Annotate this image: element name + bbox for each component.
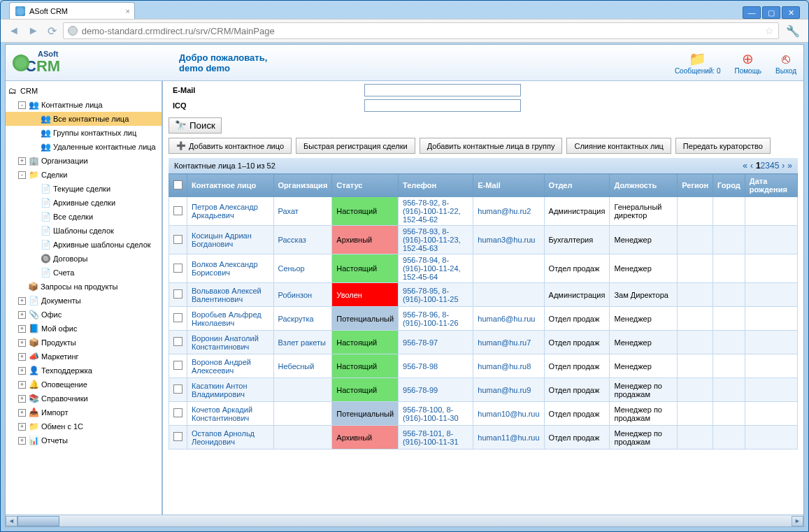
contact-link[interactable]: Вольваков Алексей Валентинович [192, 287, 262, 303]
col-contact[interactable]: Контактное лицо [187, 174, 274, 197]
contact-link[interactable]: Косицын Адриан Богданович [192, 231, 252, 248]
phone-link[interactable]: 956-78-100, 8-(916)-100-11-30 [403, 405, 459, 422]
pager-page[interactable]: 5 [775, 161, 780, 171]
col-birth[interactable]: Дата рождения [745, 174, 797, 197]
row-checkbox[interactable] [173, 408, 182, 417]
sidebar-item[interactable]: -📁Сделки [6, 168, 162, 182]
row-checkbox[interactable] [173, 313, 182, 322]
phone-link[interactable]: 956-78-96, 8-(916)-100-11-26 [403, 310, 459, 327]
contact-link[interactable]: Касаткин Антон Владимирович [192, 382, 248, 398]
close-icon[interactable]: × [126, 7, 130, 15]
email-link[interactable]: human11@hu.ruu [478, 433, 539, 442]
sidebar-item[interactable]: 📄Текущие сделки [6, 182, 162, 196]
scroll-left-icon[interactable]: ◄ [6, 516, 17, 526]
sidebar-item[interactable]: -👥Контактные лица [6, 98, 162, 112]
sidebar-item[interactable]: +📁Обмен с 1С [6, 419, 162, 433]
bookmark-icon[interactable]: ☆ [765, 25, 774, 36]
phone-link[interactable]: 956-78-101, 8-(916)-100-11-31 [403, 429, 459, 446]
search-button[interactable]: 🔭 Поиск [169, 117, 222, 134]
sidebar-item[interactable]: 📄Шаблоны сделок [6, 224, 162, 238]
sidebar-item[interactable]: +🔔Оповещение [6, 378, 162, 391]
col-pos[interactable]: Должность [610, 174, 678, 197]
col-email[interactable]: E-Mail [473, 174, 544, 197]
settings-icon[interactable]: 🔧 [783, 24, 803, 38]
col-city[interactable]: Город [713, 174, 745, 197]
forward-button[interactable]: ► [26, 24, 41, 37]
contact-link[interactable]: Воронин Анатолий Константинович [192, 334, 259, 351]
expand-icon[interactable]: - [18, 101, 26, 109]
org-link[interactable]: Раскрутка [278, 315, 314, 323]
pager-first[interactable]: « [743, 161, 747, 171]
sidebar-item[interactable]: 📦Запросы на продукты [6, 280, 162, 294]
row-checkbox[interactable] [173, 289, 182, 299]
row-checkbox[interactable] [173, 432, 182, 441]
email-link[interactable]: human3@hu.ruu [478, 236, 535, 244]
expand-icon[interactable]: - [18, 171, 26, 179]
scroll-right-icon[interactable]: ► [792, 516, 803, 526]
phone-link[interactable]: 956-78-95, 8-(916)-100-11-25 [403, 287, 459, 303]
contact-link[interactable]: Воробьев Альфред Николаевич [192, 310, 262, 327]
sidebar-item[interactable]: +📣Маркетинг [6, 350, 162, 364]
sidebar-item[interactable]: +👤Техподдержка [6, 364, 162, 378]
sidebar-item[interactable]: 📄Счета [6, 266, 162, 280]
email-link[interactable]: human6@hu.ruu [478, 315, 535, 323]
col-org[interactable]: Организация [273, 174, 332, 197]
phone-link[interactable]: 956-78-98 [403, 362, 438, 371]
col-status[interactable]: Статус [332, 174, 399, 197]
contact-link[interactable]: Кочетов Аркадий Константинович [192, 405, 252, 422]
sidebar-item[interactable]: 📄Архивные сделки [6, 196, 162, 210]
col-dept[interactable]: Отдел [544, 174, 610, 197]
add-contact-button[interactable]: ➕Добавить контактное лицо [169, 138, 292, 154]
pager-page[interactable]: 1 [756, 161, 761, 171]
sidebar-item[interactable]: 📄Все сделки [6, 210, 162, 224]
browser-tab[interactable]: ASoft CRM × [9, 2, 135, 19]
add-to-group-button[interactable]: Добавить контактные лица в группу [420, 138, 563, 154]
phone-link[interactable]: 956-78-92, 8-(916)-100-11-22, 152-45-62 [403, 199, 461, 224]
expand-icon[interactable]: + [18, 325, 26, 333]
phone-link[interactable]: 956-78-94, 8-(916)-100-11-24, 152-45-64 [403, 256, 461, 281]
tree-root[interactable]: 🗂 CRM [6, 84, 162, 98]
row-checkbox[interactable] [173, 337, 182, 346]
org-link[interactable]: Робинзон [278, 291, 313, 299]
sidebar-item[interactable]: 👥Удаленные контактные лица [6, 140, 162, 154]
url-input[interactable]: demo-standard.crmdirect.ru/srv/CRM/MainP… [63, 22, 779, 39]
sidebar-item[interactable]: 🔘Договоры [6, 252, 162, 266]
row-checkbox[interactable] [173, 235, 182, 244]
expand-icon[interactable]: + [18, 157, 26, 165]
expand-icon[interactable]: + [18, 437, 26, 445]
quick-deal-button[interactable]: Быстрая регистрация сделки [296, 138, 415, 154]
email-link[interactable]: human10@hu.ruu [478, 410, 539, 418]
expand-icon[interactable]: + [18, 297, 26, 305]
email-link[interactable]: human@hu.ru2 [478, 207, 531, 215]
expand-icon[interactable]: + [18, 339, 26, 347]
pager-last[interactable]: » [787, 161, 792, 171]
expand-icon[interactable]: + [18, 353, 26, 361]
close-button[interactable]: ✕ [782, 6, 800, 19]
back-button[interactable]: ◄ [6, 24, 22, 37]
sidebar-item[interactable]: +📦Продукты [6, 336, 162, 350]
expand-icon[interactable]: + [18, 311, 26, 319]
contact-link[interactable]: Воронов Андрей Алексеевич [192, 358, 251, 375]
expand-icon[interactable]: + [18, 395, 26, 403]
phone-link[interactable]: 956-78-93, 8-(916)-100-11-23, 152-45-63 [403, 227, 461, 252]
contact-link[interactable]: Петров Александр Аркадьевич [192, 203, 258, 220]
sidebar-item[interactable]: +📚Справочники [6, 391, 162, 405]
expand-icon[interactable]: + [18, 423, 26, 431]
sidebar-item[interactable]: 👥Группы контактных лиц [6, 126, 162, 140]
maximize-button[interactable]: ▢ [762, 6, 780, 19]
org-link[interactable]: Рахат [278, 207, 299, 215]
expand-icon[interactable]: + [18, 367, 26, 375]
sidebar-item[interactable]: +🏢Организации [6, 154, 162, 168]
transfer-button[interactable]: Передать кураторство [675, 138, 771, 154]
expand-icon[interactable]: + [18, 409, 26, 417]
col-region[interactable]: Регион [678, 174, 713, 197]
exit-button[interactable]: ⎋ Выход [775, 51, 796, 75]
sidebar-item[interactable]: +📘Мой офис [6, 322, 162, 336]
merge-contacts-button[interactable]: Слияние контактных лиц [566, 138, 671, 154]
pager-page[interactable]: 3 [765, 161, 770, 171]
minimize-button[interactable]: — [743, 6, 761, 19]
sidebar-item[interactable]: +📊Отчеты [6, 433, 162, 447]
contact-link[interactable]: Остапов Арнольд Леонидович [192, 429, 255, 446]
expand-icon[interactable]: + [18, 381, 26, 389]
help-button[interactable]: ⊕ Помощь [734, 50, 761, 75]
